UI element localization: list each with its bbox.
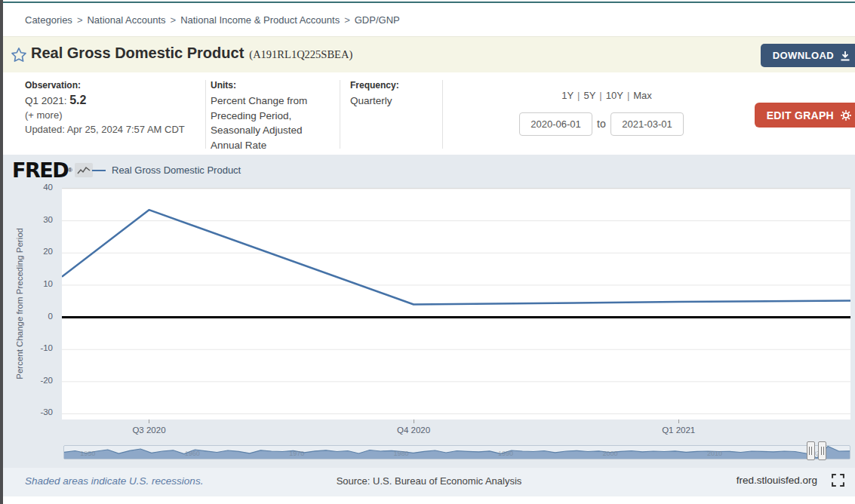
legend-line-swatch	[92, 170, 106, 171]
y-tick-label: 20	[43, 247, 53, 256]
time-range-links: 1Y|5Y|10Y|Max	[531, 90, 682, 101]
frequency-label: Frequency:	[350, 80, 442, 91]
fred-wordmark: FRED	[12, 158, 68, 182]
units-label: Units:	[211, 80, 340, 91]
slider-decade-label: 1990	[498, 450, 513, 457]
source-text: Source: U.S. Bureau of Economic Analysis	[3, 475, 855, 487]
range-5y-link[interactable]: 5Y	[583, 90, 595, 101]
x-axis: Q3 2020Q4 2020Q1 2021	[62, 419, 850, 439]
gdp-line-chart	[62, 189, 850, 420]
slider-mini-chart	[64, 446, 850, 459]
more-observations-link[interactable]: (+ more)	[25, 109, 205, 121]
observation-value: 5.2	[69, 94, 86, 106]
breadcrumb-gdp-gnp[interactable]: GDP/GNP	[355, 14, 400, 26]
fullscreen-icon[interactable]	[832, 474, 844, 487]
y-tick-label: 40	[43, 183, 53, 192]
breadcrumb-categories[interactable]: Categories	[25, 14, 72, 26]
breadcrumb-nipa[interactable]: National Income & Product Accounts	[180, 14, 340, 26]
slider-decade-label: 1960	[185, 450, 200, 457]
info-row: Observation: Q1 2021: 5.2 (+ more) Updat…	[3, 72, 855, 155]
units-text: Percent Change from	[211, 94, 340, 109]
range-separator: |	[577, 90, 580, 101]
plot-area[interactable]	[62, 188, 850, 419]
chart-legend: Real Gross Domestic Product	[92, 164, 241, 176]
breadcrumb: Categories>National Accounts>National In…	[3, 3, 855, 36]
range-1y-link[interactable]: 1Y	[561, 90, 574, 101]
download-label: DOWNLOAD	[773, 50, 834, 61]
slider-decade-label: 1970	[289, 450, 304, 457]
fred-chart-icon	[75, 163, 93, 177]
page-title: Real Gross Domestic Product(A191RL1Q225S…	[31, 45, 352, 62]
y-tick-label: 10	[43, 279, 53, 288]
range-separator: |	[599, 90, 601, 101]
series-title: Real Gross Domestic Product	[31, 45, 244, 61]
breadcrumb-separator: >	[171, 14, 177, 26]
y-tick-label: -30	[40, 407, 53, 416]
edit-graph-label: EDIT GRAPH	[767, 109, 834, 121]
breadcrumb-separator: >	[77, 14, 83, 26]
slider-decade-label: 1980	[394, 450, 409, 457]
breadcrumb-separator: >	[344, 14, 350, 26]
y-tick-label: -20	[40, 376, 53, 385]
fred-logo[interactable]: FRED®	[12, 158, 93, 182]
x-tick-label: Q1 2021	[648, 426, 709, 435]
y-tick-label: -10	[40, 343, 53, 352]
edit-graph-button[interactable]: EDIT GRAPH	[755, 103, 855, 128]
window-left-edge	[0, 0, 3, 504]
units-text: Annual Rate	[211, 138, 340, 153]
x-tick-label: Q4 2020	[383, 426, 444, 435]
observation-period: Q1 2021:	[25, 95, 67, 106]
observation-label: Observation:	[25, 80, 205, 91]
range-10y-link[interactable]: 10Y	[606, 90, 623, 101]
legend-label: Real Gross Domestic Product	[112, 164, 241, 176]
slider-handle-left[interactable]	[807, 441, 815, 460]
favorite-star-icon[interactable]	[11, 47, 27, 63]
units-text: Preceding Period,	[211, 109, 340, 124]
breadcrumb-national-accounts[interactable]: National Accounts	[87, 14, 165, 26]
observation-panel: Observation: Q1 2021: 5.2 (+ more) Updat…	[25, 80, 206, 149]
slider-handle-right[interactable]	[818, 441, 826, 460]
y-axis-tick-labels: 403020100-10-20-30	[3, 188, 57, 419]
graph-section: FRED® Real Gross Domestic Product Percen…	[3, 155, 855, 468]
end-date-input[interactable]	[610, 112, 684, 136]
y-tick-label: 0	[48, 312, 53, 321]
range-max-link[interactable]: Max	[633, 90, 652, 101]
graph-footer: Shaded areas indicate U.S. recessions. S…	[3, 468, 855, 496]
frequency-value: Quarterly	[350, 94, 442, 109]
registered-mark: ®	[68, 167, 72, 174]
x-tick-mark	[414, 419, 414, 423]
download-icon	[840, 51, 850, 61]
slider-decade-label: 2010	[707, 450, 722, 457]
y-tick-label: 30	[43, 215, 53, 224]
observation-updated: Updated: Apr 25, 2024 7:57 AM CDT	[25, 124, 205, 135]
units-panel: Units: Percent Change from Preceding Per…	[206, 80, 340, 149]
gear-icon	[840, 109, 852, 121]
window-top-accent-line	[3, 2, 855, 3]
date-range-slider[interactable]: 19501960197019801990200020102020	[63, 445, 850, 459]
units-text: Seasonally Adjusted	[211, 123, 340, 138]
series-id: (A191RL1Q225SBEA)	[249, 48, 352, 60]
download-button[interactable]: DOWNLOAD	[761, 44, 855, 67]
frequency-panel: Frequency: Quarterly	[340, 80, 443, 149]
x-tick-mark	[149, 419, 149, 423]
x-tick-label: Q3 2020	[118, 426, 179, 435]
start-date-input[interactable]	[519, 112, 592, 136]
x-tick-mark	[678, 419, 679, 423]
date-range-to-label: to	[597, 118, 606, 130]
slider-decade-label: 2000	[602, 450, 617, 457]
title-bar: Real Gross Domestic Product(A191RL1Q225S…	[3, 36, 855, 72]
slider-decade-label: 1950	[80, 450, 95, 457]
fred-site-link[interactable]: fred.stlouisfed.org	[737, 475, 817, 486]
range-separator: |	[627, 90, 629, 101]
